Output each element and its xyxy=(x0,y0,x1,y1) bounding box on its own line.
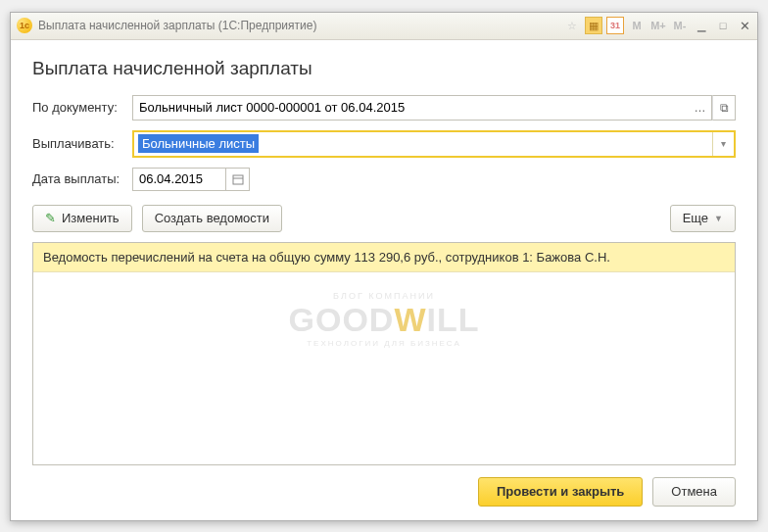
more-button-label: Еще xyxy=(683,211,708,225)
calendar-icon[interactable]: 31 xyxy=(606,17,624,34)
pay-label: Выплачивать: xyxy=(32,136,132,151)
favorite-icon[interactable]: ☆ xyxy=(563,17,581,34)
pay-dropdown-button[interactable]: ▾ xyxy=(712,132,734,156)
submit-close-button[interactable]: Провести и закрыть xyxy=(478,477,643,507)
edit-button-label: Изменить xyxy=(62,211,120,225)
date-input[interactable] xyxy=(132,168,226,191)
m-icon-2[interactable]: M+ xyxy=(649,17,667,34)
titlebar: 1c Выплата начисленной зарплаты (1С:Пред… xyxy=(11,13,757,40)
pencil-icon: ✎ xyxy=(45,211,56,225)
watermark: БЛОГ КОМПАНИИ GOODWILL ТЕХНОЛОГИИ ДЛЯ БИ… xyxy=(289,291,480,348)
cancel-button[interactable]: Отмена xyxy=(652,477,736,507)
document-ellipsis-button[interactable]: … xyxy=(689,95,712,121)
chevron-down-icon: ▼ xyxy=(714,214,723,223)
toolbar: ✎ Изменить Создать ведомости Еще ▼ xyxy=(32,205,736,232)
app-icon: 1c xyxy=(17,18,32,33)
date-label: Дата выплаты: xyxy=(32,171,132,186)
document-label: По документу: xyxy=(32,100,132,115)
create-button[interactable]: Создать ведомости xyxy=(142,205,282,232)
date-picker-button[interactable] xyxy=(226,168,250,191)
list-box[interactable]: БЛОГ КОМПАНИИ GOODWILL ТЕХНОЛОГИИ ДЛЯ БИ… xyxy=(32,242,736,465)
date-row: Дата выплаты: xyxy=(32,168,736,191)
pay-row: Выплачивать: Больничные листы ▾ xyxy=(32,130,736,158)
create-button-label: Создать ведомости xyxy=(155,211,269,225)
form-content: Выплата начисленной зарплаты По документ… xyxy=(11,40,757,520)
pay-dropdown[interactable]: Больничные листы ▾ xyxy=(132,130,736,158)
document-row: По документу: … ⧉ xyxy=(32,95,736,121)
pay-selected-value: Больничные листы xyxy=(138,134,259,153)
maximize-icon[interactable]: □ xyxy=(714,17,732,34)
list-item[interactable]: Ведомость перечислений на счета на общую… xyxy=(33,243,735,272)
app-window: 1c Выплата начисленной зарплаты (1С:Пред… xyxy=(10,12,758,521)
footer: Провести и закрыть Отмена xyxy=(32,477,736,507)
m-icon-1[interactable]: M xyxy=(628,17,646,34)
document-input[interactable] xyxy=(132,95,689,121)
minimize-icon[interactable]: ▁ xyxy=(693,17,710,34)
calendar-small-icon xyxy=(232,173,244,185)
document-open-button[interactable]: ⧉ xyxy=(712,95,736,121)
m-icon-3[interactable]: M- xyxy=(671,17,689,34)
svg-rect-0 xyxy=(233,175,243,184)
page-title: Выплата начисленной зарплаты xyxy=(32,58,736,79)
close-icon[interactable]: ✕ xyxy=(736,17,753,34)
edit-button[interactable]: ✎ Изменить xyxy=(32,205,132,232)
calculator-icon[interactable]: ▦ xyxy=(585,17,602,34)
window-title: Выплата начисленной зарплаты (1С:Предпри… xyxy=(38,19,563,32)
more-button[interactable]: Еще ▼ xyxy=(670,205,736,232)
